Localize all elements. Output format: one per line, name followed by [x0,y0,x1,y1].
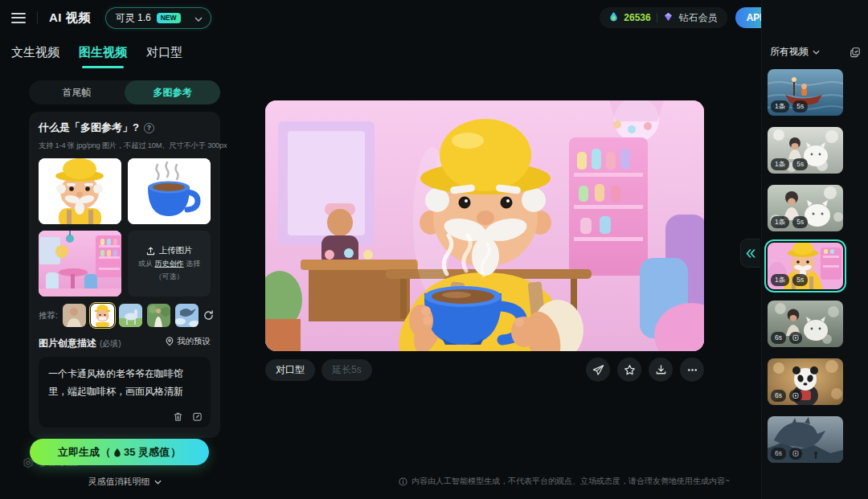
generate-label: 立即生成 [58,445,100,460]
favorite-button[interactable] [617,358,641,382]
upload-suffix: 选择 [186,260,200,268]
video-count-badge: 1条 [771,158,789,170]
credits-membership-pill[interactable]: 26536 钻石会员 [600,7,727,28]
video-count-badge: 1条 [771,100,789,112]
ellipsis-icon [686,364,698,376]
my-presets-button[interactable]: 我的预设 [166,336,211,347]
prompt-label: 图片创意描述 [39,337,96,350]
credits-value: 26536 [624,12,650,23]
prompt-toolbar [173,411,203,422]
panel-title: 什么是「多图参考」? [39,121,139,135]
chevron-down-icon [154,480,162,485]
more-button[interactable] [680,358,704,382]
video-duration-badge: 5s [792,100,808,112]
inspiration-cost-icon [113,448,121,457]
history-creations-link[interactable]: 历史创作 [155,260,184,268]
all-videos-label: 所有视频 [770,45,809,59]
refresh-icon[interactable] [203,310,214,321]
upload-optional: （可选） [155,272,184,282]
video-duration-badge: 5s [792,216,808,228]
chevron-down-icon [813,50,820,55]
upload-title: 上传图片 [159,245,193,256]
video-effect-icon-badge [789,448,802,460]
upload-icon [146,247,155,256]
info-icon [399,477,407,486]
download-icon [655,364,667,376]
tab-image-to-video[interactable]: 图生视频 [79,45,127,68]
video-thumbnail-woman-cat-2[interactable]: 1条5s [768,185,843,231]
prompt-required: (必填) [100,338,121,350]
expand-edit-icon[interactable] [192,411,203,422]
upload-image-slot[interactable]: 上传图片 或从 历史创作 选择 （可选） [128,231,211,297]
sidebar-header: 所有视频 [770,45,861,59]
video-icon-buttons [586,358,704,382]
footer-disclaimer: 内容由人工智能模型生成，不代表平台的观点、立场或态度，请合理友善地使用生成内容~ [265,476,863,487]
reference-image-coffee-cup[interactable] [128,158,211,224]
share-button[interactable] [586,358,610,382]
paper-plane-icon [592,364,604,376]
reference-image-grid: 上传图片 或从 历史创作 选择 （可选） [39,158,211,297]
video-thumbnail-glacier-dragon[interactable]: 6s [768,416,843,463]
disclaimer-text: 内容由人工智能模型生成，不代表平台的观点、立场或态度，请合理友善地使用生成内容~ [411,476,730,487]
mode-first-last-frame[interactable]: 首尾帧 [29,80,125,104]
video-count-badge: 1条 [771,216,789,228]
credit-consumption-details[interactable]: 灵感值消耗明细 [29,476,220,488]
chevron-down-icon [194,10,203,25]
header-divider [37,11,38,24]
consumption-label: 灵感值消耗明细 [88,476,150,488]
star-icon [624,364,636,376]
reference-image-cafe-interior[interactable] [39,231,121,297]
diamond-icon [663,10,674,25]
video-thumbnail-woman-cat-1[interactable]: 1条5s [768,127,843,174]
header: AI 视频 可灵 1.6 NEW 26536 钻石会员 API 调用 [0,0,868,35]
main-tabs: 文生视频 图生视频 对口型 [11,45,182,68]
tab-text-to-video[interactable]: 文生视频 [11,45,59,68]
video-history-sidebar: 所有视频 1条5s [761,0,868,499]
upload-prefix: 或从 [138,260,153,268]
prompt-textarea[interactable]: 一个卡通风格的老爷爷在咖啡馆里，端起咖啡杯，画面风格清新 [39,357,211,427]
recommend-row: 推荐: [39,304,211,327]
recommend-thumb-old-man[interactable] [91,304,114,327]
extend-5s-button[interactable]: 延长5s [321,359,372,381]
video-duration-badge: 6s [771,332,786,344]
mode-switch: 首尾帧 多图参考 [29,80,220,104]
panel-subtitle: 支持 1-4 张 jpg/png 图片，不超过 10M、尺寸不小于 300px [39,141,211,151]
tab-lip-sync[interactable]: 对口型 [146,45,182,68]
delete-prompt-icon[interactable] [173,411,183,422]
video-duration-badge: 5s [792,158,808,170]
recommend-thumb-woman[interactable] [63,304,86,327]
my-presets-label: 我的预设 [177,336,211,347]
video-thumbnail-panda[interactable]: 6s [768,358,843,405]
video-thumbnail-woman-cat-3[interactable]: 6s [768,301,843,347]
reference-image-old-man[interactable] [39,158,121,224]
model-selector-dropdown[interactable]: 可灵 1.6 NEW [105,7,211,29]
all-videos-dropdown[interactable]: 所有视频 [770,45,820,59]
mode-multi-image-reference[interactable]: 多图参考 [125,80,220,104]
recommend-thumb-forest-bride[interactable] [147,304,170,327]
inspiration-credit-icon [609,10,618,25]
recommend-thumb-horse[interactable] [119,304,142,327]
recommend-label: 推荐: [39,310,58,321]
collapse-sidebar-handle[interactable] [740,239,760,268]
menu-icon[interactable] [11,13,26,23]
left-panel: 首尾帧 多图参考 什么是「多图参考」? ? 支持 1-4 张 jpg/png 图… [29,80,220,438]
panel-title-row: 什么是「多图参考」? ? [39,121,211,135]
video-thumbnail-old-man-selected[interactable]: 1条5s [768,243,843,289]
multi-image-panel: 什么是「多图参考」? ? 支持 1-4 张 jpg/png 图片，不超过 10M… [29,112,220,438]
new-badge: NEW [157,13,181,23]
multi-select-icon[interactable] [850,47,861,58]
video-preview[interactable] [265,100,704,351]
video-action-row: 对口型 延长5s [265,358,704,382]
download-button[interactable] [649,358,673,382]
video-effect-icon-badge [789,332,802,344]
model-name: 可灵 1.6 [116,11,151,25]
membership-label: 钻石会员 [679,11,718,25]
lip-sync-button[interactable]: 对口型 [265,359,315,381]
help-icon[interactable]: ? [144,123,154,133]
video-thumbnail-boat[interactable]: 1条5s [768,69,843,116]
generate-button[interactable]: 立即生成 （ 35 灵感值 ） [30,439,209,465]
page-title: AI 视频 [49,10,91,26]
video-duration-badge: 6s [771,390,786,402]
video-list: 1条5s 1条5s [768,69,843,463]
recommend-thumb-sky-dragon[interactable] [175,304,199,327]
